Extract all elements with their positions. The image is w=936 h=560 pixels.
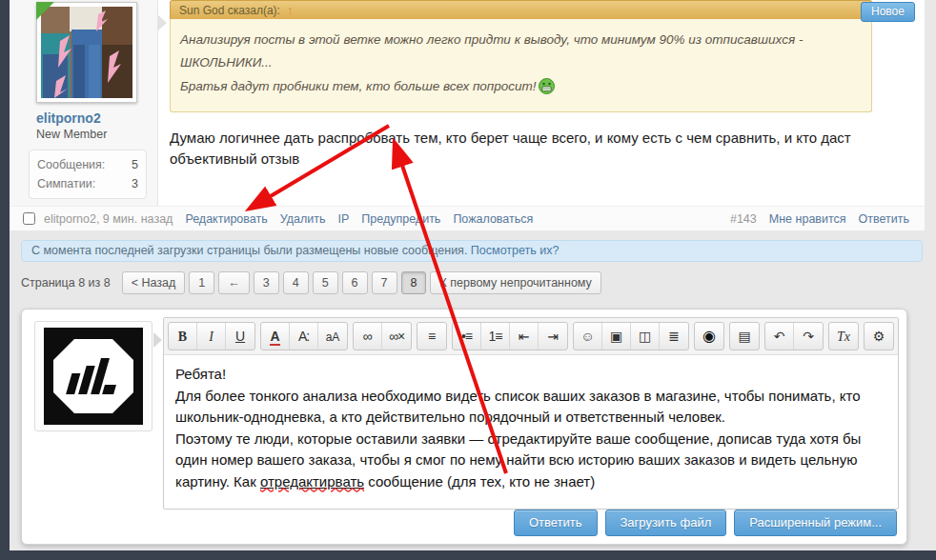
user-stats: Сообщения: 5 Симпатии: 3 (29, 150, 147, 199)
font-family-icon[interactable]: aA (318, 323, 347, 350)
view-new-messages-link[interactable]: Посмотреть их? (471, 244, 560, 257)
editor-paragraph: Ребята! (175, 364, 886, 386)
grin-smiley-icon (539, 78, 555, 94)
quote-header[interactable]: Sun God сказал(а): ↑ (170, 0, 872, 19)
content-area: elitporno2 New Member Сообщения: 5 Симпа… (10, 0, 936, 550)
reply-user-avatar[interactable] (34, 321, 153, 431)
user-title: New Member (36, 128, 107, 141)
moderation-link-3[interactable]: IP (337, 212, 349, 226)
smilies-icon[interactable]: ☺ (574, 323, 602, 350)
page-button-6[interactable]: 5 (313, 271, 338, 294)
editor-pointer (153, 332, 162, 348)
post-user-panel: elitporno2 New Member Сообщения: 5 Симпа… (10, 0, 158, 206)
editor-text: сообщение (для тех, кто не знает) (364, 473, 595, 490)
bbcode-editor-icon[interactable]: ⚙ (865, 323, 893, 350)
insert-quote-icon[interactable]: ≣ (660, 323, 688, 350)
post-footer-right: #143 Мне нравитсяОтветить (730, 212, 909, 226)
save-draft-icon[interactable]: ▤ (730, 323, 759, 350)
stat-label: Сообщения: (37, 155, 105, 174)
toolbar-group: ☺▣◫≣ (573, 322, 689, 350)
bullet-list-icon[interactable]: •≡ (453, 323, 481, 350)
page-indicator: Страница 8 из 8 (21, 276, 111, 290)
quote-block: Sun God сказал(а): ↑ Анализируя посты в … (170, 0, 872, 112)
screenshot-icon[interactable]: ◉ (695, 323, 723, 350)
user-avatar[interactable] (36, 2, 137, 103)
pagination: Страница 8 из 8 < Назад1←345678К первому… (21, 270, 605, 295)
editor-toolbar: BIUAA:aA∞∞×≡•≡1≡⇤⇥☺▣◫≣◉▤↶↷Tx⚙ (164, 318, 898, 355)
quote-attribution: Sun God сказал(а): (179, 4, 280, 17)
upload-file-button[interactable]: Загрузить файл (605, 510, 727, 536)
moderation-links: РедактироватьУдалитьIPПредупредитьПожало… (173, 212, 533, 226)
forum-post: elitporno2 New Member Сообщения: 5 Симпа… (10, 0, 925, 230)
toolbar-group: BIU (168, 322, 255, 350)
new-post-corner-icon (36, 2, 55, 21)
post-permalink[interactable]: #143 (730, 212, 757, 226)
pl-logo (44, 328, 143, 425)
editor-paragraph: Поэтому те люди, которые оставили заявки… (175, 429, 886, 493)
post-main: Sun God сказал(а): ↑ Анализируя посты в … (160, 0, 923, 169)
reply-button[interactable]: Ответить (514, 510, 598, 536)
username-link[interactable]: elitporno2 (36, 110, 101, 126)
quick-reply-editor: BIUAA:aA∞∞×≡•≡1≡⇤⇥☺▣◫≣◉▤↶↷Tx⚙ Ребята! Дл… (21, 309, 907, 545)
toolbar-group: ▤ (729, 322, 760, 350)
editor-region: BIUAA:aA∞∞×≡•≡1≡⇤⇥☺▣◫≣◉▤↶↷Tx⚙ Ребята! Дл… (163, 317, 899, 510)
editor-paragraph: Для более тонкого анализа необходимо вид… (175, 386, 886, 429)
post-actions: Мне нравитсяОтветить (757, 212, 909, 226)
toolbar-group: ≡ (417, 322, 447, 350)
moderation-link-4[interactable]: Предупредить (361, 212, 440, 226)
stat-label: Симпатии: (37, 174, 95, 193)
page-button-current[interactable]: 8 (401, 271, 427, 294)
insert-media-icon[interactable]: ◫ (631, 323, 660, 350)
remove-formatting-icon[interactable]: Tx (829, 323, 858, 350)
page-button-2[interactable]: 1 (189, 271, 214, 294)
outdent-icon[interactable]: ⇤ (510, 323, 539, 350)
italic-icon[interactable]: I (197, 323, 226, 350)
page-button-3[interactable]: ← (218, 271, 250, 294)
toolbar-group: ◉ (694, 322, 724, 350)
indent-icon[interactable]: ⇥ (539, 323, 567, 350)
pagination-buttons: < Назад1←345678К первому непрочитанному (122, 271, 605, 294)
page-button-1[interactable]: < Назад (122, 271, 186, 294)
moderation-link-1[interactable]: Редактировать (185, 212, 267, 226)
post-action-link-2[interactable]: Ответить (859, 212, 909, 226)
toolbar-group: ↶↷ (764, 322, 824, 350)
unlink-icon[interactable]: ∞× (382, 323, 411, 350)
page-button-4[interactable]: 3 (254, 271, 279, 294)
bold-icon[interactable]: B (169, 323, 197, 350)
goto-quoted-post-arrow[interactable]: ↑ (287, 4, 293, 17)
insert-link-icon[interactable]: ∞ (354, 323, 382, 350)
notice-text: С момента последней загрузки страницы бы… (31, 244, 467, 257)
advanced-mode-button[interactable]: Расширенный режим... (734, 510, 897, 536)
stat-value: 5 (132, 155, 138, 174)
select-post-checkbox[interactable] (23, 212, 35, 225)
quote-line: Анализируя посты в этой ветке можно легк… (180, 32, 803, 70)
page-button-5[interactable]: 4 (283, 271, 309, 294)
text-align-icon[interactable]: ≡ (417, 323, 446, 350)
new-messages-notice: С момента последней загрузки страницы бы… (21, 240, 923, 262)
page-button-7[interactable]: 6 (342, 271, 368, 294)
page-button-8[interactable]: 7 (372, 271, 397, 294)
editor-actions: Ответить Загрузить файл Расширенный режи… (514, 510, 897, 536)
misspelled-link-word[interactable]: отредактирвать (260, 473, 364, 490)
underline-icon[interactable]: U (226, 323, 254, 350)
toolbar-group: ∞∞× (353, 322, 412, 350)
new-posts-button[interactable]: Новое (861, 2, 915, 22)
moderation-link-5[interactable]: Пожаловаться (453, 212, 533, 226)
text-color-icon[interactable]: A (261, 323, 290, 350)
redo-icon[interactable]: ↷ (794, 323, 823, 350)
stat-value: 3 (132, 174, 138, 193)
page-button-10[interactable]: К первому непрочитанному (430, 271, 600, 294)
moderation-link-2[interactable]: Удалить (280, 212, 326, 226)
post-action-link-1[interactable]: Мне нравится (769, 212, 846, 226)
insert-image-icon[interactable]: ▣ (602, 323, 631, 350)
toolbar-group: •≡1≡⇤⇥ (452, 322, 568, 350)
post-meta: elitporno2, 9 мин. назад (44, 212, 173, 226)
undo-icon[interactable]: ↶ (765, 323, 794, 350)
post-footer: elitporno2, 9 мин. назад РедактироватьУд… (10, 206, 925, 230)
font-size-icon[interactable]: A: (290, 323, 318, 350)
post-body-text: Думаю логичнее дать распробовать тем, кт… (170, 128, 908, 170)
reply-editor-textarea[interactable]: Ребята! Для более тонкого анализа необхо… (164, 355, 898, 510)
toolbar-group: ⚙ (864, 322, 894, 350)
numbered-list-icon[interactable]: 1≡ (481, 323, 510, 350)
toolbar-group: Tx (828, 322, 859, 350)
